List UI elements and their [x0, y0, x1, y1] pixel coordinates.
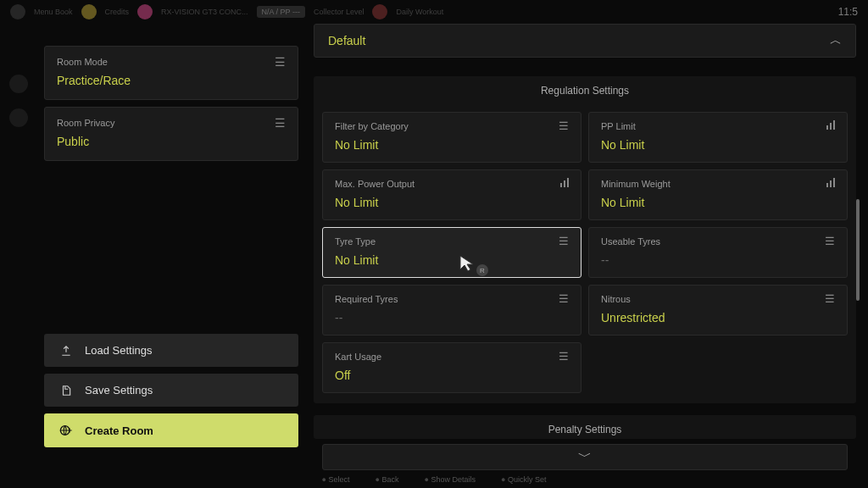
room-privacy-label: Room Privacy — [57, 118, 286, 128]
hint-select: Select — [322, 475, 350, 484]
regulation-grid-wrap: ☰ Filter by Category No Limit PP Limit N… — [314, 112, 856, 403]
list-icon: ☰ — [825, 292, 835, 305]
create-room-label: Create Room — [85, 424, 153, 437]
sidebar: ☰ Room Mode Practice/Race ☰ Room Privacy… — [37, 24, 309, 471]
load-settings-label: Load Settings — [85, 344, 153, 357]
save-settings-button[interactable]: Save Settings — [44, 374, 298, 407]
load-settings-button[interactable]: Load Settings — [44, 334, 298, 367]
room-mode-value: Practice/Race — [57, 74, 286, 87]
expand-penalty-button[interactable]: ﹀ — [322, 444, 848, 470]
menu-book-label: Menu Book — [34, 8, 73, 16]
hint-quickset: Quickly Set — [501, 475, 546, 484]
list-icon: ☰ — [559, 119, 569, 132]
gutter-dot — [9, 75, 28, 93]
daily-label: Daily Workout — [396, 8, 443, 16]
clock: 11:5 — [838, 6, 858, 18]
credits-icon — [81, 4, 97, 19]
min-weight-tile[interactable]: Minimum Weight No Limit — [588, 169, 848, 220]
room-mode-label: Room Mode — [57, 57, 286, 67]
create-room-button[interactable]: Create Room — [44, 413, 298, 447]
hint-back: Back — [376, 475, 399, 484]
avatar-icon — [10, 4, 25, 19]
default-label: Default — [328, 34, 365, 47]
car-name: RX-VISION GT3 CONC... — [161, 8, 248, 16]
car-pill: N/A / PP --- — [257, 6, 305, 18]
penalty-title: Penalty Settings — [314, 415, 856, 439]
tile-value: -- — [601, 253, 835, 267]
room-privacy-card[interactable]: ☰ Room Privacy Public — [44, 107, 298, 161]
top-bar: Menu Book Credits RX-VISION GT3 CONC... … — [0, 0, 868, 24]
content-column: Default ︿ Regulation Settings ☰ Filter b… — [309, 24, 868, 471]
save-settings-label: Save Settings — [85, 384, 153, 396]
list-icon: ☰ — [559, 235, 569, 247]
daily-icon — [372, 4, 387, 19]
bars-icon — [826, 119, 835, 132]
tile-value: -- — [335, 311, 569, 324]
list-icon: ☰ — [559, 292, 569, 305]
scrollbar-thumb[interactable] — [856, 199, 860, 301]
useable-tyres-tile[interactable]: ☰ Useable Tyres -- — [588, 227, 848, 278]
left-gutter — [0, 24, 37, 471]
tile-value: No Limit — [601, 196, 835, 209]
scrollbar[interactable] — [856, 112, 860, 403]
tile-label: Minimum Weight — [601, 179, 835, 189]
filter-category-tile[interactable]: ☰ Filter by Category No Limit — [322, 112, 581, 163]
tile-label: PP Limit — [601, 121, 835, 131]
bars-icon — [826, 177, 835, 190]
tile-value: Off — [335, 369, 569, 382]
max-power-tile[interactable]: Max. Power Output No Limit — [322, 169, 581, 220]
room-privacy-value: Public — [57, 135, 286, 148]
tile-label: Filter by Category — [335, 121, 569, 131]
gutter-dot — [9, 108, 28, 127]
tile-label: Useable Tyres — [601, 236, 835, 247]
tile-value: Unrestricted — [601, 311, 835, 324]
list-icon: ☰ — [275, 116, 286, 130]
default-preset-bar[interactable]: Default ︿ — [314, 24, 856, 58]
tile-label: Required Tyres — [335, 294, 569, 304]
chevron-down-icon: ﹀ — [578, 449, 592, 463]
tile-value: No Limit — [335, 253, 569, 267]
tile-value: No Limit — [335, 138, 569, 152]
tile-value: No Limit — [601, 138, 835, 152]
car-icon — [137, 4, 153, 19]
chevron-up-icon: ︿ — [830, 33, 842, 48]
credits-label: Credits — [105, 8, 130, 16]
nitrous-tile[interactable]: ☰ Nitrous Unrestricted — [588, 285, 848, 336]
pp-limit-tile[interactable]: PP Limit No Limit — [588, 112, 848, 163]
tile-value: No Limit — [335, 196, 569, 209]
bars-icon — [560, 177, 569, 190]
tile-label: Kart Usage — [335, 352, 569, 362]
kart-usage-tile[interactable]: ☰ Kart Usage Off — [322, 342, 581, 393]
tile-label: Max. Power Output — [335, 179, 569, 189]
tile-label: Tyre Type — [335, 236, 569, 247]
tile-label: Nitrous — [601, 294, 835, 304]
upload-icon — [59, 345, 73, 357]
list-icon: ☰ — [559, 350, 569, 363]
regulation-title: Regulation Settings — [314, 76, 856, 112]
list-icon: ☰ — [825, 235, 835, 247]
list-icon: ☰ — [275, 55, 286, 69]
globe-plus-icon — [59, 424, 73, 437]
room-mode-card[interactable]: ☰ Room Mode Practice/Race — [44, 46, 298, 100]
tyre-type-tile[interactable]: ☰ Tyre Type No Limit — [322, 227, 581, 278]
required-tyres-tile[interactable]: ☰ Required Tyres -- — [322, 285, 581, 336]
hint-details: Show Details — [424, 475, 475, 484]
save-icon — [59, 385, 73, 396]
collector-label: Collector Level — [314, 8, 364, 16]
footer-hints: Select Back Show Details Quickly Set — [0, 471, 868, 488]
